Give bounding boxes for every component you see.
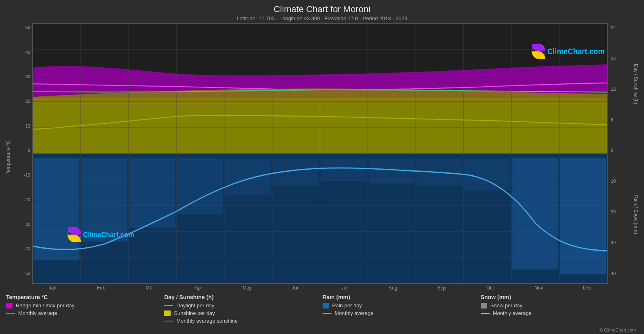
rain-avg-swatch bbox=[323, 313, 332, 314]
svg-rect-27 bbox=[225, 158, 271, 195]
legend-sunshine-bar: Sunshine per day bbox=[164, 310, 321, 316]
x-axis-jan: Jan bbox=[28, 285, 77, 291]
legend-rain-title: Rain (mm) bbox=[323, 294, 480, 300]
legend-temp-avg: Monthly average bbox=[6, 310, 163, 316]
x-axis-feb: Feb bbox=[77, 285, 125, 291]
legend-snow-bar: Snow per day bbox=[481, 302, 638, 308]
x-axis-nov: Nov bbox=[515, 285, 563, 291]
legend-temperature: Temperature °C Range min / max per day M… bbox=[6, 294, 163, 325]
x-axis-oct: Oct bbox=[466, 285, 514, 291]
svg-rect-24 bbox=[81, 158, 127, 241]
x-axis: Jan Feb Mar Apr May Jun Jul Aug Sep Oct … bbox=[0, 285, 644, 291]
x-axis-mar: Mar bbox=[126, 285, 174, 291]
svg-rect-23 bbox=[34, 158, 79, 260]
x-axis-jul: Jul bbox=[320, 285, 369, 291]
copyright: © ClimeChart.com bbox=[0, 328, 644, 334]
sunshine-avg-swatch bbox=[164, 321, 173, 321]
temp-avg-swatch bbox=[6, 313, 15, 314]
chart-header: Climate Chart for Moroni Latitude -11.70… bbox=[0, 4, 644, 21]
chart-svg: ClimeChart.com ClimeChart.com bbox=[33, 23, 607, 283]
legend-snow-title: Snow (mm) bbox=[481, 294, 638, 300]
svg-rect-33 bbox=[512, 158, 558, 269]
legend-temp-range: Range min / max per day bbox=[6, 302, 163, 308]
legend-rain-avg: Monthly average bbox=[323, 310, 480, 316]
temp-range-swatch bbox=[6, 303, 13, 308]
page-wrapper: Climate Chart for Moroni Latitude -11.70… bbox=[0, 0, 644, 334]
chart-subtitle: Latitude -11.705 - Longitude 43.309 - El… bbox=[0, 15, 644, 21]
snow-swatch bbox=[481, 303, 487, 308]
legend-area: Temperature °C Range min / max per day M… bbox=[0, 291, 644, 328]
sunshine-swatch bbox=[164, 311, 171, 316]
legend-temp-title: Temperature °C bbox=[6, 294, 163, 300]
y-axis-label-sunshine: Day / Sunshine (h) bbox=[632, 23, 640, 153]
legend-daylight: Daylight per day bbox=[164, 302, 321, 308]
snow-avg-swatch bbox=[481, 313, 490, 314]
svg-rect-25 bbox=[129, 158, 175, 228]
y-axis-right: 24 18 12 6 0 10 20 30 40 bbox=[608, 23, 632, 284]
legend-rain: Rain (mm) Rain per day Monthly average bbox=[323, 294, 480, 325]
svg-rect-29 bbox=[321, 158, 367, 181]
chart-main: ClimeChart.com ClimeChart.com bbox=[32, 23, 608, 284]
chart-title: Climate Chart for Moroni bbox=[0, 4, 644, 15]
x-axis-apr: Apr bbox=[174, 285, 223, 291]
legend-snow-avg: Monthly average bbox=[481, 310, 638, 316]
legend-rain-bar: Rain per day bbox=[323, 302, 480, 308]
legend-sunshine-avg: Monthly average sunshine bbox=[164, 318, 321, 324]
x-axis-aug: Aug bbox=[369, 285, 417, 291]
legend-sunshine-title: Day / Sunshine (h) bbox=[164, 294, 321, 300]
chart-area-wrapper: Temperature °C 50 40 30 20 10 0 -10 -20 … bbox=[0, 23, 644, 284]
svg-rect-26 bbox=[177, 158, 223, 214]
x-axis-may: May bbox=[223, 285, 271, 291]
x-axis-dec: Dec bbox=[563, 285, 612, 291]
daylight-swatch bbox=[164, 305, 173, 306]
rain-swatch bbox=[323, 303, 329, 308]
svg-rect-32 bbox=[465, 158, 510, 190]
y-axis-label-left: Temperature °C bbox=[4, 23, 12, 284]
y-axis-left: 50 40 30 20 10 0 -10 -20 -30 -40 -50 bbox=[12, 23, 32, 284]
svg-text:ClimeChart.com: ClimeChart.com bbox=[547, 47, 605, 56]
x-axis-sep: Sep bbox=[417, 285, 466, 291]
legend-sunshine: Day / Sunshine (h) Daylight per day Suns… bbox=[164, 294, 321, 325]
svg-text:ClimeChart.com: ClimeChart.com bbox=[83, 231, 134, 239]
y-axis-label-rain: Rain / Snow (mm) bbox=[632, 153, 640, 284]
x-axis-jun: Jun bbox=[271, 285, 320, 291]
legend-snow: Snow (mm) Snow per day Monthly average bbox=[481, 294, 638, 325]
svg-rect-34 bbox=[560, 158, 606, 274]
